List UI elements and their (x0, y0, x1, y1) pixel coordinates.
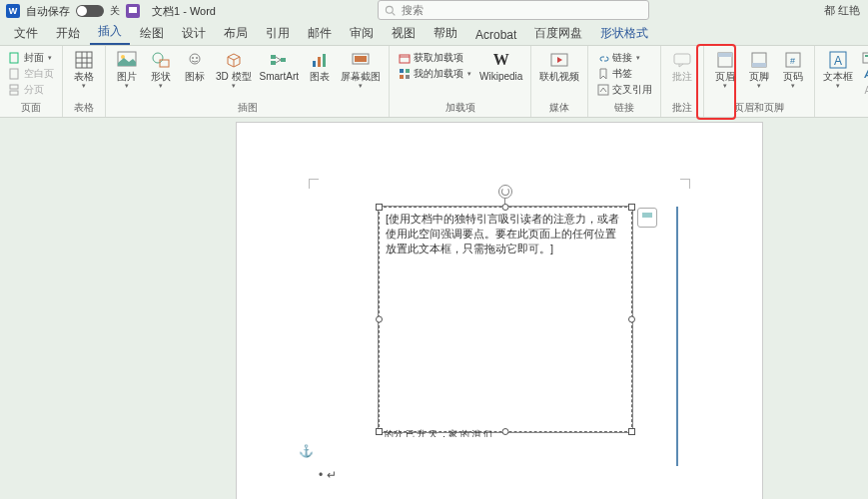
svg-rect-3 (10, 69, 18, 79)
svg-rect-26 (400, 55, 410, 63)
blank-page-button[interactable]: 空白页 (6, 66, 56, 82)
resize-handle-bl[interactable] (376, 428, 383, 435)
tab-home[interactable]: 开始 (48, 21, 88, 45)
rotate-handle[interactable] (498, 185, 512, 199)
svg-rect-32 (598, 85, 608, 95)
search-box[interactable]: 搜索 (378, 0, 649, 20)
hidden-text-fragment: 的分 已 升 天 ，家 的 消 们 (385, 428, 616, 437)
tab-references[interactable]: 引用 (258, 21, 298, 45)
bookmark-button[interactable]: 书签 (594, 66, 654, 82)
tab-help[interactable]: 帮助 (426, 21, 465, 45)
picture-button[interactable]: 图片▾ (112, 48, 142, 91)
comment-button[interactable]: 批注 (667, 48, 697, 84)
get-addins-button[interactable]: 获取加载项 (396, 50, 473, 66)
svg-point-0 (386, 6, 393, 13)
resize-handle-tr[interactable] (628, 204, 635, 211)
dropcap-icon: A (861, 84, 868, 97)
cover-page-button[interactable]: 封面▾ (6, 50, 56, 66)
layout-options-icon[interactable] (637, 208, 657, 228)
textbox-shape[interactable]: [使用文档中的独特引言吸引读者的注意力，或者使用此空间强调要点。要在此页面上的任… (379, 207, 632, 432)
group-pages: 封面▾ 空白页 分页 页面 (0, 46, 63, 117)
group-label-illustrations: 插图 (112, 101, 383, 117)
group-headerfooter: 页眉▾ 页脚▾ #页码▾ 页眉和页脚 (704, 46, 815, 117)
svg-text:#: # (790, 56, 795, 66)
tab-design[interactable]: 设计 (174, 21, 214, 45)
svg-rect-30 (406, 75, 410, 79)
tab-view[interactable]: 视图 (384, 21, 424, 45)
tab-mailings[interactable]: 邮件 (300, 21, 340, 45)
wordart-button[interactable]: A艺术字▾ (859, 66, 868, 82)
tab-acrobat[interactable]: Acrobat (467, 24, 524, 45)
quickparts-button[interactable]: 文档部件▾ (859, 50, 868, 66)
svg-rect-4 (10, 85, 18, 89)
tab-review[interactable]: 审阅 (342, 21, 382, 45)
screenshot-button[interactable]: 屏幕截图▾ (339, 48, 383, 91)
resize-handle-r[interactable] (628, 316, 635, 323)
anchor-icon: ⚓ (299, 444, 314, 458)
page[interactable]: [使用文档中的独特引言吸引读者的注意力，或者使用此空间强调要点。要在此页面上的任… (236, 122, 763, 499)
group-label-addins: 加载项 (396, 101, 524, 117)
table-button[interactable]: 表格▾ (69, 48, 99, 91)
header-icon (715, 50, 735, 70)
autosave-label: 自动保存 (26, 4, 70, 19)
tab-baidu[interactable]: 百度网盘 (526, 21, 590, 45)
online-video-button[interactable]: 联机视频 (537, 48, 581, 84)
page-break-button[interactable]: 分页 (6, 82, 56, 98)
svg-rect-33 (674, 54, 690, 64)
save-icon[interactable] (126, 4, 140, 18)
wikipedia-button[interactable]: WWikipedia (477, 48, 524, 84)
my-addins-button[interactable]: 我的加载项▾ (396, 66, 473, 82)
tab-shape-format[interactable]: 形状格式 (592, 21, 656, 45)
group-illustrations: 图片▾ 形状▾ 图标 3D 模型▾ SmartArt 图表 屏幕截图▾ 插图 (106, 46, 390, 117)
svg-rect-20 (281, 58, 286, 62)
group-addins: 获取加载项 我的加载项▾ WWikipedia 加载项 (390, 46, 531, 117)
model3d-button[interactable]: 3D 模型▾ (214, 48, 254, 91)
header-button[interactable]: 页眉▾ (710, 48, 740, 91)
group-media: 联机视频 媒体 (531, 46, 588, 117)
document-canvas[interactable]: [使用文档中的独特引言吸引读者的注意力，或者使用此空间强调要点。要在此页面上的任… (0, 118, 868, 499)
svg-rect-6 (76, 52, 92, 68)
group-links: 链接▾ 书签 交叉引用 链接 (588, 46, 661, 117)
svg-rect-27 (400, 69, 404, 73)
smartart-button[interactable]: SmartArt (258, 48, 301, 84)
margin-corner-tl (309, 179, 319, 189)
tab-layout[interactable]: 布局 (216, 21, 256, 45)
pagenum-icon: # (783, 50, 803, 70)
paragraph-mark: • ↵ (319, 468, 337, 482)
svg-rect-19 (271, 61, 276, 65)
group-comments: 批注 批注 (661, 46, 704, 117)
resize-handle-l[interactable] (376, 316, 383, 323)
search-icon (385, 5, 396, 16)
dropcap-button[interactable]: A首字下沉▾ (859, 82, 868, 98)
wikipedia-icon: W (491, 50, 511, 70)
link-button[interactable]: 链接▾ (594, 50, 654, 66)
autosave-toggle[interactable] (76, 5, 104, 17)
tab-file[interactable]: 文件 (6, 21, 46, 45)
footer-button[interactable]: 页脚▾ (744, 48, 774, 91)
icons-button[interactable]: 图标 (180, 48, 210, 84)
shapes-button[interactable]: 形状▾ (146, 48, 176, 91)
autosave-state: 关 (110, 4, 120, 18)
svg-rect-21 (313, 61, 316, 67)
resize-handle-br[interactable] (628, 428, 635, 435)
textbox-content[interactable]: [使用文档中的独特引言吸引读者的注意力，或者使用此空间强调要点。要在此页面上的任… (380, 208, 631, 260)
user-name[interactable]: 都 红艳 (824, 3, 860, 18)
cube-icon (224, 50, 244, 70)
chart-button[interactable]: 图表 (305, 48, 335, 84)
bookmark-icon (596, 68, 609, 81)
group-label-headerfooter: 页眉和页脚 (710, 101, 808, 117)
resize-handle-t[interactable] (502, 204, 509, 211)
svg-text:A: A (834, 54, 842, 68)
resize-handle-tl[interactable] (376, 204, 383, 211)
blank-page-icon (8, 68, 21, 81)
wordart-icon: A (861, 68, 868, 81)
vertical-line-shape[interactable] (676, 207, 678, 466)
shapes-icon (151, 50, 171, 70)
crossref-button[interactable]: 交叉引用 (594, 82, 654, 98)
picture-icon (117, 50, 137, 70)
pagenum-button[interactable]: #页码▾ (778, 48, 808, 91)
tab-insert[interactable]: 插入 (90, 19, 130, 45)
textbox-button[interactable]: A文本框▾ (821, 48, 855, 91)
svg-rect-18 (271, 55, 276, 59)
tab-draw[interactable]: 绘图 (132, 21, 172, 45)
